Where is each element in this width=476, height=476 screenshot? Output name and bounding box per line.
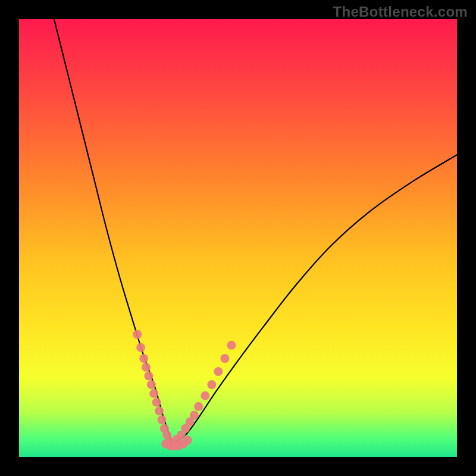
chart-plot-area [19, 19, 457, 457]
data-dot [144, 371, 153, 380]
watermark-label: TheBottleneck.com [333, 4, 468, 20]
data-dot [149, 389, 158, 398]
chart-background [19, 19, 457, 457]
data-dot [147, 380, 156, 389]
data-dot [201, 391, 209, 400]
data-dot [207, 380, 216, 389]
data-dot [183, 436, 192, 445]
data-dot [190, 411, 199, 420]
data-dot [142, 363, 151, 372]
data-dot [133, 330, 142, 339]
chart-frame: TheBottleneck.com [0, 0, 476, 476]
data-dot [194, 402, 203, 411]
data-dot [152, 398, 161, 407]
data-dot [155, 406, 164, 415]
chart-svg [19, 19, 457, 457]
data-dot [139, 354, 148, 363]
data-dot [136, 343, 145, 352]
data-dot [227, 341, 236, 350]
data-dot [214, 367, 223, 376]
data-dot [157, 415, 166, 424]
data-dot [220, 354, 229, 363]
